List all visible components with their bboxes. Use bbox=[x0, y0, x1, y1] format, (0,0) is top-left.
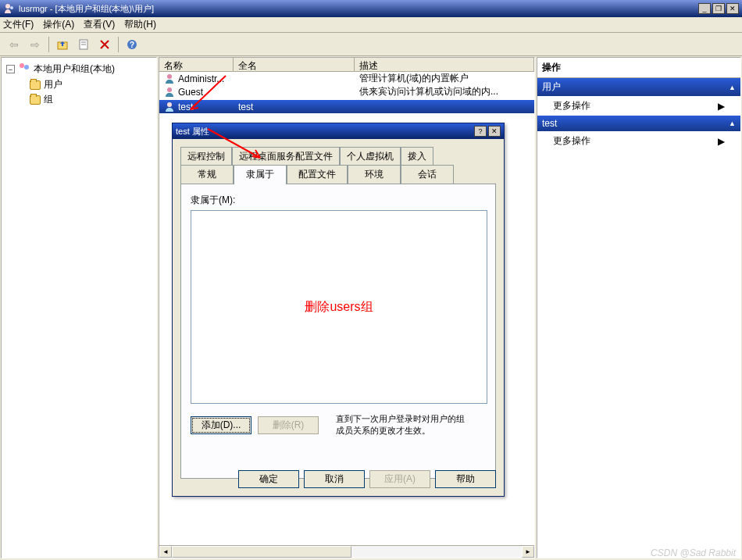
scrollbar-horizontal[interactable]: ◄ ► bbox=[159, 545, 534, 558]
col-desc[interactable]: 描述 bbox=[355, 58, 534, 71]
actions-more[interactable]: 更多操作▶ bbox=[537, 96, 740, 116]
help-button[interactable]: 帮助 bbox=[435, 470, 496, 488]
chevron-right-icon: ▶ bbox=[718, 136, 725, 147]
menubar: 文件(F) 操作(A) 查看(V) 帮助(H) bbox=[0, 17, 742, 33]
svg-point-12 bbox=[167, 102, 172, 107]
tree-users[interactable]: 用户 bbox=[30, 77, 152, 92]
tab-memberof[interactable]: 隶属于 bbox=[234, 165, 287, 184]
maximize-button[interactable]: ❐ bbox=[712, 3, 725, 14]
actions-more[interactable]: 更多操作▶ bbox=[537, 131, 740, 151]
menu-view[interactable]: 查看(V) bbox=[84, 18, 115, 31]
scroll-thumb[interactable] bbox=[172, 546, 351, 558]
svg-point-8 bbox=[20, 63, 24, 68]
actions-more-label: 更多操作 bbox=[553, 99, 590, 112]
col-fullname[interactable]: 全名 bbox=[234, 58, 355, 71]
tree-root-label: 本地用户和组(本地) bbox=[34, 62, 115, 76]
up-button[interactable] bbox=[53, 35, 72, 54]
memberof-label: 隶属于(M): bbox=[191, 194, 486, 207]
dialog-help-button[interactable]: ? bbox=[474, 126, 487, 137]
user-icon bbox=[164, 87, 175, 98]
hint-text: 直到下一次用户登录时对用户的组成员关系的更改才生效。 bbox=[336, 413, 465, 437]
tree-panel: − 本地用户和组(本地) 用户 组 bbox=[1, 57, 157, 558]
back-button[interactable]: ⇦ bbox=[5, 35, 23, 54]
dialog-title: test 属性 bbox=[176, 126, 209, 137]
user-icon bbox=[164, 102, 175, 112]
menu-action[interactable]: 操作(A) bbox=[43, 18, 74, 31]
users-groups-icon bbox=[18, 62, 30, 77]
window-title: lusrmgr - [本地用户和组(本地)\用户] bbox=[19, 3, 154, 15]
watermark: CSDN @Sad Rabbit bbox=[651, 548, 736, 558]
tab-general[interactable]: 常规 bbox=[180, 165, 234, 184]
toolbar: ⇦ ⇨ ? bbox=[0, 33, 742, 56]
dialog-close-button[interactable]: ✕ bbox=[488, 126, 501, 137]
svg-point-0 bbox=[5, 4, 10, 9]
list-row[interactable]: Administr... 管理计算机(域)的内置帐户 bbox=[159, 72, 534, 85]
svg-point-9 bbox=[24, 65, 29, 70]
svg-point-1 bbox=[10, 6, 13, 9]
tab-personal-vm[interactable]: 个人虚拟机 bbox=[340, 147, 401, 166]
dialog-titlebar: test 属性 ? ✕ bbox=[173, 123, 504, 139]
tab-row-1: 远程控制 远程桌面服务配置文件 个人虚拟机 拨入 bbox=[180, 147, 496, 166]
user-icon bbox=[164, 73, 175, 84]
delete-icon[interactable] bbox=[95, 35, 114, 54]
close-button[interactable]: ✕ bbox=[726, 3, 739, 14]
actions-section-label: 用户 bbox=[542, 80, 561, 94]
properties-icon[interactable] bbox=[74, 35, 93, 54]
cell-name: Guest bbox=[178, 87, 203, 98]
actions-more-label: 更多操作 bbox=[553, 134, 590, 148]
folder-icon bbox=[30, 95, 41, 105]
cell-desc: 管理计算机(域)的内置帐户 bbox=[355, 72, 534, 85]
actions-section-users[interactable]: 用户▲ bbox=[537, 78, 740, 96]
menu-help[interactable]: 帮助(H) bbox=[124, 18, 156, 31]
actions-section-selected[interactable]: test▲ bbox=[537, 116, 740, 131]
help-icon[interactable]: ? bbox=[123, 35, 141, 54]
chevron-up-icon: ▲ bbox=[729, 84, 736, 91]
list-row-selected[interactable]: test test bbox=[159, 100, 534, 113]
toolbar-separator bbox=[118, 37, 119, 52]
properties-dialog: test 属性 ? ✕ 远程控制 远程桌面服务配置文件 个人虚拟机 拨入 常规 … bbox=[172, 123, 505, 497]
actions-section-label: test bbox=[542, 118, 557, 129]
remove-button[interactable]: 删除(R) bbox=[258, 416, 319, 434]
scroll-left-button[interactable]: ◄ bbox=[159, 546, 172, 558]
window-titlebar: lusrmgr - [本地用户和组(本地)\用户] _ ❐ ✕ bbox=[0, 0, 742, 17]
tree-users-label: 用户 bbox=[44, 78, 62, 91]
cell-name: Administr... bbox=[178, 73, 224, 84]
tree-groups-label: 组 bbox=[44, 93, 53, 106]
tab-dialin[interactable]: 拨入 bbox=[401, 147, 433, 166]
tab-row-2: 常规 隶属于 配置文件 环境 会话 bbox=[180, 165, 496, 184]
collapse-icon[interactable]: − bbox=[6, 65, 15, 73]
tab-remote-control[interactable]: 远程控制 bbox=[180, 147, 232, 166]
chevron-up-icon: ▲ bbox=[729, 119, 736, 127]
add-button[interactable]: 添加(D)... bbox=[191, 416, 251, 434]
ok-button[interactable]: 确定 bbox=[238, 470, 299, 488]
col-name[interactable]: 名称 bbox=[159, 58, 234, 71]
svg-point-11 bbox=[167, 87, 172, 92]
list-row[interactable]: Guest 供来宾访问计算机或访问域的内... bbox=[159, 85, 534, 98]
menu-file[interactable]: 文件(F) bbox=[3, 18, 34, 31]
tab-session[interactable]: 会话 bbox=[401, 165, 454, 184]
memberof-list[interactable]: 删除users组 bbox=[191, 210, 487, 404]
apply-button[interactable]: 应用(A) bbox=[369, 470, 430, 488]
minimize-button[interactable]: _ bbox=[698, 3, 711, 14]
cancel-button[interactable]: 取消 bbox=[304, 470, 365, 488]
annotation-text: 删除users组 bbox=[305, 299, 373, 316]
scroll-right-button[interactable]: ► bbox=[522, 546, 534, 558]
chevron-right-icon: ▶ bbox=[718, 101, 725, 112]
toolbar-separator bbox=[48, 37, 49, 52]
tree-groups[interactable]: 组 bbox=[30, 92, 152, 107]
tree-root[interactable]: − 本地用户和组(本地) bbox=[6, 61, 152, 77]
actions-title: 操作 bbox=[537, 58, 740, 78]
app-icon bbox=[3, 2, 16, 15]
tab-profile[interactable]: 配置文件 bbox=[287, 165, 348, 184]
tab-environment[interactable]: 环境 bbox=[348, 165, 401, 184]
list-header: 名称 全名 描述 bbox=[159, 58, 534, 72]
cell-name: test bbox=[178, 102, 193, 112]
cell-desc: 供来宾访问计算机或访问域的内... bbox=[355, 85, 534, 98]
forward-button[interactable]: ⇨ bbox=[26, 35, 45, 54]
actions-panel: 操作 用户▲ 更多操作▶ test▲ 更多操作▶ bbox=[537, 57, 741, 558]
cell-fullname: test bbox=[234, 102, 355, 112]
folder-icon bbox=[30, 80, 41, 90]
tab-panel: 隶属于(M): 删除users组 添加(D)... 删除(R) 直到下一次用户登… bbox=[180, 184, 496, 479]
tab-rds-profile[interactable]: 远程桌面服务配置文件 bbox=[232, 147, 340, 166]
svg-text:?: ? bbox=[130, 41, 134, 49]
